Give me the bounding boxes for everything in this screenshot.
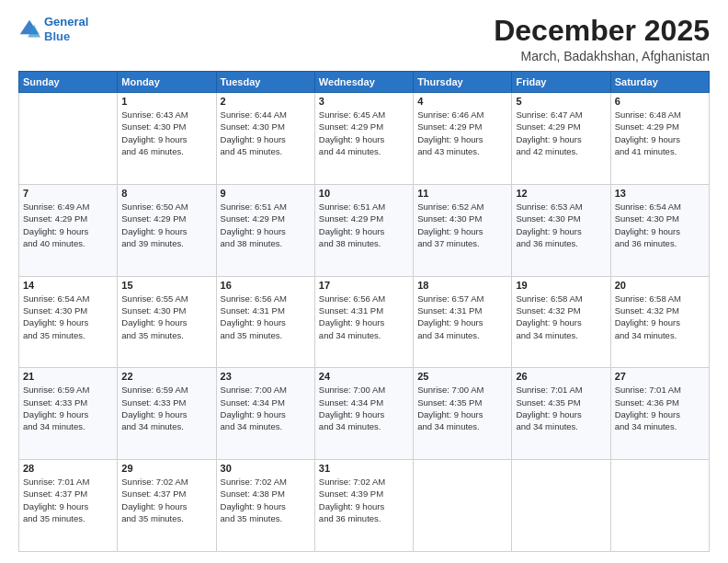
day-cell: 9Sunrise: 6:51 AM Sunset: 4:29 PM Daylig… bbox=[216, 184, 314, 276]
day-number: 9 bbox=[221, 188, 311, 199]
day-cell: 8Sunrise: 6:50 AM Sunset: 4:29 PM Daylig… bbox=[118, 184, 216, 276]
day-cell bbox=[19, 93, 118, 185]
day-info: Sunrise: 6:59 AM Sunset: 4:33 PM Dayligh… bbox=[23, 384, 113, 432]
day-number: 8 bbox=[121, 188, 211, 199]
day-cell: 13Sunrise: 6:54 AM Sunset: 4:30 PM Dayli… bbox=[610, 184, 709, 276]
day-number: 24 bbox=[319, 371, 409, 382]
day-number: 23 bbox=[221, 371, 311, 382]
day-cell: 21Sunrise: 6:59 AM Sunset: 4:33 PM Dayli… bbox=[19, 368, 118, 460]
day-cell bbox=[512, 460, 610, 552]
day-number: 16 bbox=[221, 280, 311, 291]
day-info: Sunrise: 7:01 AM Sunset: 4:37 PM Dayligh… bbox=[23, 476, 113, 524]
day-number: 29 bbox=[121, 463, 211, 474]
day-number: 20 bbox=[615, 280, 705, 291]
col-header-thursday: Thursday bbox=[414, 72, 512, 93]
day-info: Sunrise: 7:00 AM Sunset: 4:34 PM Dayligh… bbox=[221, 384, 311, 432]
day-cell: 29Sunrise: 7:02 AM Sunset: 4:37 PM Dayli… bbox=[118, 460, 216, 552]
day-cell: 19Sunrise: 6:58 AM Sunset: 4:32 PM Dayli… bbox=[512, 276, 610, 368]
day-cell: 2Sunrise: 6:44 AM Sunset: 4:30 PM Daylig… bbox=[216, 93, 314, 185]
day-cell: 4Sunrise: 6:46 AM Sunset: 4:29 PM Daylig… bbox=[414, 93, 512, 185]
day-number: 6 bbox=[615, 96, 705, 107]
day-info: Sunrise: 6:51 AM Sunset: 4:29 PM Dayligh… bbox=[319, 201, 409, 249]
logo: General Blue bbox=[18, 15, 88, 43]
day-cell: 10Sunrise: 6:51 AM Sunset: 4:29 PM Dayli… bbox=[314, 184, 413, 276]
calendar-header-row: SundayMondayTuesdayWednesdayThursdayFrid… bbox=[19, 72, 710, 93]
day-cell: 23Sunrise: 7:00 AM Sunset: 4:34 PM Dayli… bbox=[216, 368, 314, 460]
calendar-body: 1Sunrise: 6:43 AM Sunset: 4:30 PM Daylig… bbox=[19, 93, 710, 552]
day-cell: 12Sunrise: 6:53 AM Sunset: 4:30 PM Dayli… bbox=[512, 184, 610, 276]
day-number: 19 bbox=[516, 280, 606, 291]
day-number: 7 bbox=[23, 188, 113, 199]
week-row-3: 14Sunrise: 6:54 AM Sunset: 4:30 PM Dayli… bbox=[19, 276, 710, 368]
day-cell: 27Sunrise: 7:01 AM Sunset: 4:36 PM Dayli… bbox=[610, 368, 709, 460]
header: General Blue December 2025 March, Badakh… bbox=[18, 15, 710, 63]
day-info: Sunrise: 6:58 AM Sunset: 4:32 PM Dayligh… bbox=[516, 293, 606, 341]
day-number: 27 bbox=[615, 371, 705, 382]
day-info: Sunrise: 6:54 AM Sunset: 4:30 PM Dayligh… bbox=[615, 201, 705, 249]
day-number: 21 bbox=[23, 371, 113, 382]
day-info: Sunrise: 6:47 AM Sunset: 4:29 PM Dayligh… bbox=[516, 109, 606, 157]
day-number: 22 bbox=[121, 371, 211, 382]
day-number: 25 bbox=[417, 371, 507, 382]
day-cell: 6Sunrise: 6:48 AM Sunset: 4:29 PM Daylig… bbox=[610, 93, 709, 185]
day-info: Sunrise: 6:54 AM Sunset: 4:30 PM Dayligh… bbox=[23, 293, 113, 341]
day-number: 28 bbox=[23, 463, 113, 474]
day-cell: 24Sunrise: 7:00 AM Sunset: 4:34 PM Dayli… bbox=[314, 368, 413, 460]
day-info: Sunrise: 7:01 AM Sunset: 4:36 PM Dayligh… bbox=[615, 384, 705, 432]
day-cell: 14Sunrise: 6:54 AM Sunset: 4:30 PM Dayli… bbox=[19, 276, 118, 368]
day-cell: 17Sunrise: 6:56 AM Sunset: 4:31 PM Dayli… bbox=[314, 276, 413, 368]
day-cell: 31Sunrise: 7:02 AM Sunset: 4:39 PM Dayli… bbox=[314, 460, 413, 552]
logo-text: General Blue bbox=[44, 15, 88, 43]
col-header-sunday: Sunday bbox=[19, 72, 118, 93]
day-number: 10 bbox=[319, 188, 409, 199]
day-cell: 28Sunrise: 7:01 AM Sunset: 4:37 PM Dayli… bbox=[19, 460, 118, 552]
col-header-monday: Monday bbox=[118, 72, 216, 93]
day-cell: 3Sunrise: 6:45 AM Sunset: 4:29 PM Daylig… bbox=[314, 93, 413, 185]
day-number: 13 bbox=[615, 188, 705, 199]
day-info: Sunrise: 6:58 AM Sunset: 4:32 PM Dayligh… bbox=[615, 293, 705, 341]
week-row-4: 21Sunrise: 6:59 AM Sunset: 4:33 PM Dayli… bbox=[19, 368, 710, 460]
day-number: 12 bbox=[516, 188, 606, 199]
day-cell: 1Sunrise: 6:43 AM Sunset: 4:30 PM Daylig… bbox=[118, 93, 216, 185]
day-info: Sunrise: 6:44 AM Sunset: 4:30 PM Dayligh… bbox=[221, 109, 311, 157]
day-info: Sunrise: 6:57 AM Sunset: 4:31 PM Dayligh… bbox=[417, 293, 507, 341]
page: General Blue December 2025 March, Badakh… bbox=[0, 0, 728, 563]
day-cell: 30Sunrise: 7:02 AM Sunset: 4:38 PM Dayli… bbox=[216, 460, 314, 552]
day-number: 30 bbox=[221, 463, 311, 474]
day-number: 2 bbox=[221, 96, 311, 107]
day-info: Sunrise: 6:51 AM Sunset: 4:29 PM Dayligh… bbox=[221, 201, 311, 249]
day-info: Sunrise: 6:50 AM Sunset: 4:29 PM Dayligh… bbox=[121, 201, 211, 249]
day-cell: 18Sunrise: 6:57 AM Sunset: 4:31 PM Dayli… bbox=[414, 276, 512, 368]
day-number: 15 bbox=[121, 280, 211, 291]
col-header-saturday: Saturday bbox=[610, 72, 709, 93]
logo-icon bbox=[18, 18, 40, 40]
day-cell: 15Sunrise: 6:55 AM Sunset: 4:30 PM Dayli… bbox=[118, 276, 216, 368]
day-info: Sunrise: 7:02 AM Sunset: 4:37 PM Dayligh… bbox=[121, 476, 211, 524]
logo-blue: Blue bbox=[44, 29, 70, 43]
day-cell: 11Sunrise: 6:52 AM Sunset: 4:30 PM Dayli… bbox=[414, 184, 512, 276]
day-cell bbox=[610, 460, 709, 552]
day-cell: 26Sunrise: 7:01 AM Sunset: 4:35 PM Dayli… bbox=[512, 368, 610, 460]
day-cell: 16Sunrise: 6:56 AM Sunset: 4:31 PM Dayli… bbox=[216, 276, 314, 368]
main-title: December 2025 bbox=[494, 15, 710, 47]
day-cell: 7Sunrise: 6:49 AM Sunset: 4:29 PM Daylig… bbox=[19, 184, 118, 276]
day-number: 17 bbox=[319, 280, 409, 291]
day-info: Sunrise: 6:49 AM Sunset: 4:29 PM Dayligh… bbox=[23, 201, 113, 249]
col-header-wednesday: Wednesday bbox=[314, 72, 413, 93]
day-info: Sunrise: 7:01 AM Sunset: 4:35 PM Dayligh… bbox=[516, 384, 606, 432]
title-block: December 2025 March, Badakhshan, Afghani… bbox=[494, 15, 710, 63]
day-info: Sunrise: 6:56 AM Sunset: 4:31 PM Dayligh… bbox=[221, 293, 311, 341]
day-info: Sunrise: 7:02 AM Sunset: 4:38 PM Dayligh… bbox=[221, 476, 311, 524]
day-info: Sunrise: 7:02 AM Sunset: 4:39 PM Dayligh… bbox=[319, 476, 409, 524]
day-cell: 22Sunrise: 6:59 AM Sunset: 4:33 PM Dayli… bbox=[118, 368, 216, 460]
day-number: 18 bbox=[417, 280, 507, 291]
week-row-2: 7Sunrise: 6:49 AM Sunset: 4:29 PM Daylig… bbox=[19, 184, 710, 276]
day-number: 31 bbox=[319, 463, 409, 474]
day-number: 11 bbox=[417, 188, 507, 199]
day-cell: 5Sunrise: 6:47 AM Sunset: 4:29 PM Daylig… bbox=[512, 93, 610, 185]
day-number: 3 bbox=[319, 96, 409, 107]
day-info: Sunrise: 6:48 AM Sunset: 4:29 PM Dayligh… bbox=[615, 109, 705, 157]
day-number: 5 bbox=[516, 96, 606, 107]
day-info: Sunrise: 6:53 AM Sunset: 4:30 PM Dayligh… bbox=[516, 201, 606, 249]
day-info: Sunrise: 6:56 AM Sunset: 4:31 PM Dayligh… bbox=[319, 293, 409, 341]
